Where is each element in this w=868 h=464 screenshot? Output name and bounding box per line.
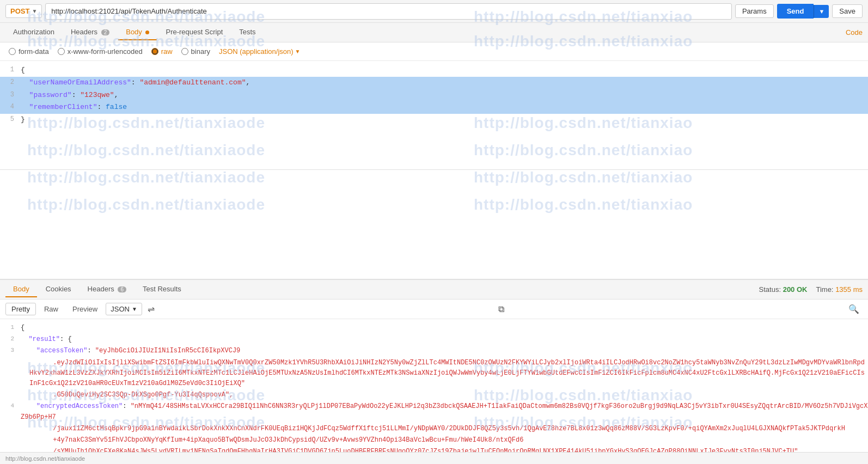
status-value: 200 OK xyxy=(783,285,808,294)
bottom-url: http://blog.csdn.net/tianxiaode xyxy=(5,455,85,462)
json-select[interactable]: JSON (application/json) ▼ xyxy=(219,47,300,56)
time-info: Time: 1355 ms xyxy=(816,285,863,294)
raw-option[interactable]: raw xyxy=(151,47,173,56)
urlencoded-option[interactable]: x-www-form-urlencoded xyxy=(58,47,143,56)
tab-response-headers[interactable]: Headers 6 xyxy=(80,282,134,297)
copy-icon-button[interactable]: ⧉ xyxy=(495,303,508,315)
resp-line-4a: /jaux11ZM6ctMsqBpkr9jpG9a1nBYwdaikLSbrDo… xyxy=(0,423,868,435)
method-chevron-icon: ▼ xyxy=(32,8,37,14)
response-tabs: Body Cookies Headers 6 Test Results Stat… xyxy=(0,279,868,300)
request-tabs: Authorization Headers 2 Body Pre-request… xyxy=(0,23,868,42)
req-line-5: 5 } xyxy=(0,114,868,126)
request-body-editor[interactable]: 1 { 2 "userNameOrEmailAddress": "admin@d… xyxy=(0,61,868,170)
bottom-bar: http://blog.csdn.net/tianxiaode xyxy=(0,452,868,464)
url-input[interactable] xyxy=(45,3,732,20)
fmt-raw-button[interactable]: Raw xyxy=(38,303,64,315)
resp-line-4b: +4y7nakC3SmYv51FhVJCbpoXNyYqKfIum+4ipXaq… xyxy=(0,435,868,446)
method-label: POST xyxy=(10,7,29,15)
tab-body[interactable]: Body xyxy=(118,25,157,40)
params-button[interactable]: Params xyxy=(735,4,774,18)
tab-cookies[interactable]: Cookies xyxy=(38,282,79,297)
json-chevron-icon: ▼ xyxy=(295,48,301,54)
status-info: Status: 200 OK Time: 1355 ms xyxy=(759,285,863,294)
resp-line-1: 1 { xyxy=(0,322,868,334)
json-format-select[interactable]: JSON ▼ xyxy=(106,303,142,315)
req-line-3: 3 "password": "123qwe", xyxy=(0,89,868,102)
headers-badge: 2 xyxy=(101,29,110,35)
response-headers-badge: 6 xyxy=(118,286,126,292)
fmt-pretty-button[interactable]: Pretty xyxy=(5,303,36,315)
response-format-row: Pretty Raw Preview JSON ▼ ⇌ ⧉ 🔍 xyxy=(0,300,868,319)
tab-pre-request[interactable]: Pre-request Script xyxy=(158,25,230,40)
wrap-icon-button[interactable]: ⇌ xyxy=(144,303,158,315)
form-data-option[interactable]: form-data xyxy=(9,47,49,56)
send-button-group: Send ▼ xyxy=(777,4,829,19)
send-button[interactable]: Send xyxy=(777,4,814,19)
resp-line-3: 3 "accessToken": "eyJhbGciOiJIUzI1NiIsIn… xyxy=(0,345,868,357)
req-line-1: 1 { xyxy=(0,64,868,77)
search-icon-button[interactable]: 🔍 xyxy=(845,303,863,315)
binary-option[interactable]: binary xyxy=(181,47,210,56)
empty-area xyxy=(0,170,868,279)
resp-line-4: 4 "encryptedAccessToken": "nMYmQ41/48SHM… xyxy=(0,401,868,423)
tab-tests[interactable]: Tests xyxy=(231,25,263,40)
tab-headers[interactable]: Headers 2 xyxy=(63,25,117,40)
method-select[interactable]: POST ▼ xyxy=(5,4,42,18)
tab-response-body[interactable]: Body xyxy=(5,282,37,297)
time-value: 1355 ms xyxy=(835,285,863,294)
resp-line-3a: .eyJzdWIiOiIxIsIjliXSwibmFtZSI6ImFkbWluI… xyxy=(0,357,868,390)
body-active-dot xyxy=(145,30,149,34)
send-dropdown-button[interactable]: ▼ xyxy=(814,5,829,18)
req-line-2: 2 "userNameOrEmailAddress": "admin@defau… xyxy=(0,77,868,89)
tab-authorization[interactable]: Authorization xyxy=(5,25,62,40)
save-button[interactable]: Save xyxy=(832,4,863,18)
resp-line-3b: .G50DuQeviHy2SC3SQp-DkXSgo0Pgf-Yu3I4qQsp… xyxy=(0,389,868,401)
tab-test-results[interactable]: Test Results xyxy=(135,282,189,297)
code-link[interactable]: Code xyxy=(846,28,863,36)
json-format-chevron-icon: ▼ xyxy=(132,306,137,312)
top-bar: POST ▼ Params Send ▼ Save xyxy=(0,0,868,23)
response-body-editor: 1 { 2 "result": { 3 "accessToken": "eyJh… xyxy=(0,319,868,461)
req-line-4: 4 "rememberClient": false xyxy=(0,101,868,114)
fmt-preview-button[interactable]: Preview xyxy=(66,303,103,315)
resp-line-2: 2 "result": { xyxy=(0,334,868,345)
body-type-row: form-data x-www-form-urlencoded raw bina… xyxy=(0,42,868,61)
status-label: Status: 200 OK xyxy=(759,285,808,294)
